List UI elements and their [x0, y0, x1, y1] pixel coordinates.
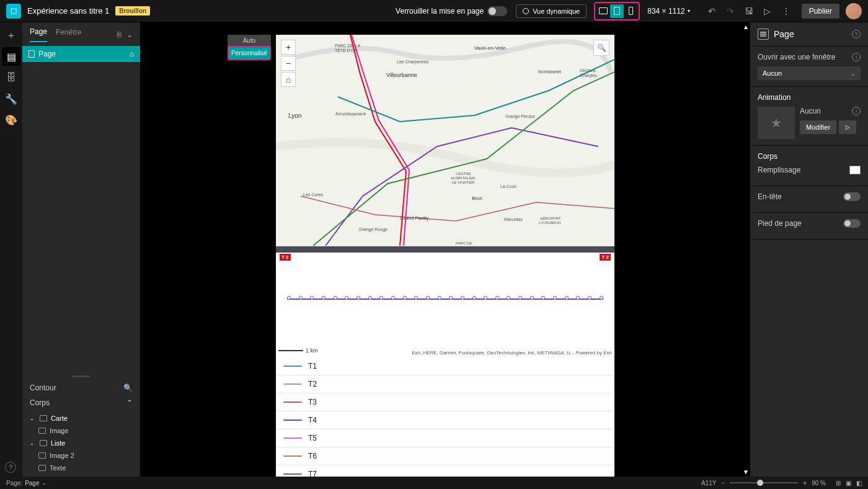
- fill-color-swatch[interactable]: [849, 166, 861, 174]
- undo-button[interactable]: ↶: [702, 2, 721, 20]
- tree-item-carte[interactable]: ⌄Carte: [25, 412, 138, 424]
- map-widget[interactable]: PARC DE LATÊTE D'OR Vaulx-en-Velin Ville…: [276, 35, 614, 246]
- panel-drag-handle[interactable]: [72, 375, 91, 377]
- line-label: T1: [308, 362, 317, 370]
- save-button[interactable]: 🖫: [740, 2, 758, 20]
- scroll-up-indicator[interactable]: ▲: [743, 24, 749, 30]
- svg-text:Les Cures: Les Cures: [303, 192, 323, 197]
- svg-text:Décines-: Décines-: [580, 68, 597, 73]
- map-attribution: Esri, HERE, Garmin, Foursquare, GeoTechn…: [412, 350, 612, 356]
- svg-text:Lyon: Lyon: [288, 112, 301, 119]
- svg-text:Marcellas: Marcellas: [504, 217, 523, 222]
- tablet-icon: [614, 7, 620, 15]
- right-panel-title: Page: [774, 29, 847, 39]
- line-diagram-image: T 2 T 2 1 km Esri, HERE, Garmin, Foursqu…: [276, 246, 614, 357]
- body-heading[interactable]: Corps: [30, 398, 50, 407]
- svg-text:TÊTE D'OR: TÊTE D'OR: [335, 48, 358, 53]
- header-toggle-label: En-tête: [758, 192, 843, 201]
- tree-item-texte[interactable]: Texte: [25, 462, 138, 474]
- add-widget-button[interactable]: ＋: [2, 26, 20, 45]
- transit-line-list: T1T2T3T4T5T6T7: [276, 357, 614, 477]
- map-svg: PARC DE LATÊTE D'OR Vaulx-en-Velin Ville…: [276, 35, 614, 246]
- tablet-device-button[interactable]: [610, 4, 624, 18]
- publish-button[interactable]: Publier: [802, 4, 839, 19]
- fit-screen-button[interactable]: ▣: [846, 480, 851, 487]
- help-icon[interactable]: ?: [852, 30, 861, 38]
- pages-rail-button[interactable]: ▤: [2, 47, 20, 66]
- list-item[interactable]: T5: [276, 429, 614, 447]
- animation-value: Aucun: [800, 107, 852, 115]
- more-menu-button[interactable]: ⋮: [777, 2, 795, 20]
- desktop-device-button[interactable]: [596, 4, 610, 18]
- map-search-button[interactable]: 🔍: [593, 40, 609, 56]
- footer-toggle[interactable]: [843, 219, 861, 228]
- svg-text:LE VINATIER: LE VINATIER: [452, 181, 475, 184]
- play-animation-button[interactable]: ▷: [839, 120, 856, 134]
- zoom-in-button[interactable]: +: [803, 480, 807, 487]
- zoom-slider[interactable]: [730, 482, 798, 483]
- open-window-select[interactable]: Aucun: [758, 66, 861, 80]
- help-button[interactable]: ?: [5, 462, 16, 473]
- mobile-device-button[interactable]: [624, 4, 637, 18]
- page-options-button[interactable]: ⌄: [126, 30, 133, 39]
- tab-window[interactable]: Fenêtre: [56, 28, 81, 42]
- theme-rail-button[interactable]: 🎨: [2, 110, 20, 129]
- outline-search-button[interactable]: 🔍: [123, 384, 133, 392]
- status-badge: Brouillon: [115, 6, 150, 16]
- lock-layout-toggle[interactable]: [487, 6, 507, 16]
- zoom-out-button[interactable]: −: [722, 480, 725, 487]
- list-item[interactable]: T6: [276, 447, 614, 465]
- tree-item-image[interactable]: Image: [25, 424, 138, 437]
- svg-text:Arrondissement: Arrondissement: [335, 112, 366, 116]
- page-list-item[interactable]: Page ⌂: [22, 46, 140, 62]
- dynamic-view-button[interactable]: Vue dynamique: [516, 4, 587, 18]
- data-rail-button[interactable]: 🗄: [2, 68, 20, 87]
- info-icon[interactable]: i: [852, 107, 861, 115]
- footer-toggle-label: Pied de page: [758, 219, 843, 228]
- app-logo[interactable]: ⬚: [6, 4, 21, 19]
- svg-text:Grand Parilly: Grand Parilly: [400, 215, 428, 221]
- zoom-in-button[interactable]: +: [281, 40, 296, 55]
- tree-item-liste[interactable]: ⌄Liste: [25, 437, 138, 449]
- home-extent-button[interactable]: ⌂: [281, 72, 296, 87]
- list-item[interactable]: T7: [276, 465, 614, 477]
- a11y-label[interactable]: A11Y: [701, 480, 716, 487]
- collapse-body-button[interactable]: ⌃: [126, 398, 133, 407]
- modify-animation-button[interactable]: Modifier: [800, 120, 836, 134]
- layout-mode-auto[interactable]: Auto: [228, 35, 271, 47]
- image-icon: [38, 452, 46, 459]
- scroll-down-indicator[interactable]: ▼: [743, 469, 749, 475]
- list-item[interactable]: T4: [276, 411, 614, 429]
- svg-text:Montabarlet: Montabarlet: [538, 70, 561, 74]
- utilities-rail-button[interactable]: 🔧: [2, 89, 20, 108]
- tab-page[interactable]: Page: [30, 27, 47, 42]
- layout-mode-custom[interactable]: Personnalisé: [228, 46, 271, 60]
- svg-text:CENTRE: CENTRE: [456, 172, 471, 176]
- line-color-swatch: [283, 366, 302, 367]
- outline-heading: Contour: [30, 384, 56, 392]
- svg-text:LYON-BRON: LYON-BRON: [539, 221, 560, 225]
- list-item[interactable]: T3: [276, 393, 614, 411]
- current-page-selector[interactable]: Page: [25, 480, 46, 487]
- add-page-button[interactable]: ⎘: [117, 30, 122, 39]
- fit-width-button[interactable]: ⊞: [836, 480, 841, 487]
- info-icon[interactable]: i: [852, 53, 861, 61]
- toggle-right-panel-button[interactable]: ◧: [856, 480, 862, 487]
- header-toggle[interactable]: [843, 192, 861, 201]
- status-bar: Page: Page A11Y − + 90 % ⊞ ▣ ◧: [0, 477, 868, 489]
- line-color-swatch: [283, 419, 302, 421]
- line-label: T4: [308, 416, 317, 424]
- svg-text:Les Charpennes: Les Charpennes: [397, 60, 429, 65]
- zoom-out-button[interactable]: −: [281, 56, 296, 71]
- list-item[interactable]: T1: [276, 357, 614, 375]
- preview-button[interactable]: ▷: [758, 2, 777, 20]
- user-avatar[interactable]: [846, 3, 862, 19]
- canvas-dimensions[interactable]: 834 × 1112: [647, 7, 689, 16]
- desktop-icon: [599, 7, 608, 14]
- redo-button[interactable]: ↷: [721, 2, 740, 20]
- list-item[interactable]: T2: [276, 375, 614, 393]
- left-panel: Page Fenêtre ⎘ ⌄ Page ⌂ Contour 🔍 Corps …: [22, 22, 140, 477]
- tree-item-image2[interactable]: Image 2: [25, 449, 138, 462]
- device-preview-group: [594, 2, 640, 20]
- open-window-label: Ouvrir avec une fenêtre: [758, 53, 852, 61]
